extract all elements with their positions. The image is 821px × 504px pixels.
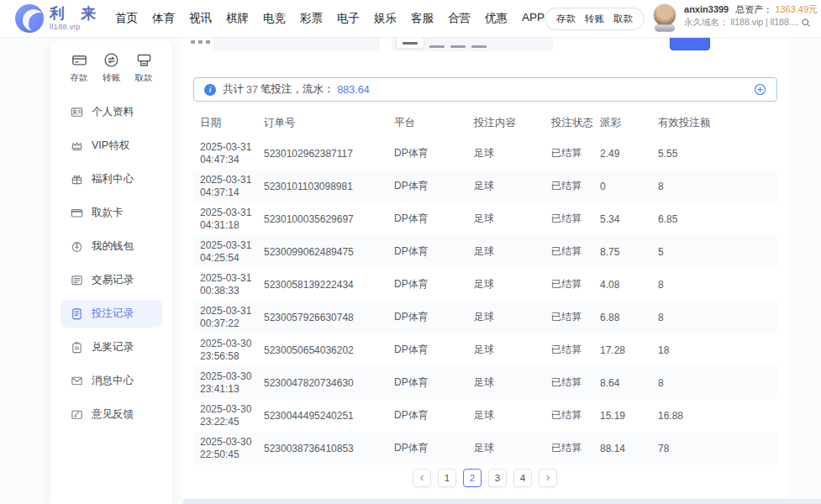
sidebar-item-3[interactable]: 取款卡 bbox=[61, 199, 162, 227]
sidebar-item-9[interactable]: 意见反馈 bbox=[61, 401, 162, 428]
column-header: 日期 bbox=[200, 116, 264, 130]
cell-date: 2025-03-3100:38:33 bbox=[200, 272, 264, 297]
filter-range-option[interactable] bbox=[429, 45, 445, 48]
sidebar-item-7[interactable]: 兑奖记录 bbox=[61, 333, 162, 361]
cell-order: 5230044495240251 bbox=[264, 410, 394, 422]
cell-order: 5230099062489475 bbox=[264, 246, 394, 258]
info-icon: i bbox=[204, 84, 216, 96]
search-icon[interactable] bbox=[801, 18, 811, 28]
avatar[interactable] bbox=[653, 3, 676, 27]
sidebar-item-1[interactable]: VIP特权 bbox=[61, 132, 162, 160]
page-button-1[interactable]: 1 bbox=[438, 469, 456, 487]
withdraw-icon bbox=[136, 52, 152, 68]
cell-order: 5230050654036202 bbox=[264, 344, 394, 356]
vip-level-badge bbox=[655, 24, 675, 32]
filter-range-option[interactable] bbox=[471, 45, 487, 48]
wallet-action-1[interactable]: 转账 bbox=[585, 13, 604, 25]
cell-order: 5230038736410853 bbox=[264, 443, 394, 454]
quick-action-label: 取款 bbox=[135, 72, 153, 84]
sidebar-item-4[interactable]: 我的钱包 bbox=[61, 233, 162, 260]
summary-flow: 883.64 bbox=[337, 84, 369, 96]
sidebar-item-0[interactable]: 个人资料 bbox=[61, 98, 162, 126]
nav-item-5[interactable]: 彩票 bbox=[300, 11, 323, 26]
cell-status: 已结算 bbox=[551, 408, 600, 423]
table-row: 2025-03-3023:22:455230044495240251DP体育足球… bbox=[193, 399, 777, 432]
cell-content: 足球 bbox=[474, 441, 551, 455]
sidebar-item-label: 交易记录 bbox=[92, 273, 134, 287]
expand-plus-icon[interactable] bbox=[754, 83, 766, 96]
user-block: anxin3399总资产： 1363.49元 永久域名：ll188.vip | … bbox=[653, 3, 818, 34]
page-button-2[interactable]: 2 bbox=[463, 469, 482, 487]
nav-item-10[interactable]: 优惠 bbox=[485, 11, 508, 26]
nav-item-11[interactable]: APP bbox=[522, 11, 545, 26]
card-icon bbox=[71, 207, 83, 219]
sidebar-item-5[interactable]: 交易记录 bbox=[61, 266, 162, 294]
nav-item-6[interactable]: 电子 bbox=[337, 11, 360, 26]
cell-content: 足球 bbox=[474, 375, 551, 390]
wallet-action-0[interactable]: 存款 bbox=[556, 13, 576, 25]
domain-value: ll188.vip | ll188.... bbox=[731, 16, 799, 29]
cell-order: 5230100035629697 bbox=[264, 213, 394, 225]
next-page-button[interactable]: › bbox=[539, 469, 557, 487]
table-row: 2025-03-3104:31:185230100035629697DP体育足球… bbox=[193, 202, 777, 235]
table-row: 2025-03-3104:25:545230099062489475DP体育足球… bbox=[193, 235, 777, 268]
nav-item-1[interactable]: 体育 bbox=[152, 11, 175, 26]
cell-payout: 88.14 bbox=[600, 443, 658, 454]
quick-action-label: 转账 bbox=[103, 72, 120, 84]
cell-date: 2025-03-3023:41:13 bbox=[200, 370, 264, 396]
filter-range-option[interactable] bbox=[450, 45, 466, 48]
sidebar-item-8[interactable]: 消息中心 bbox=[61, 367, 162, 395]
cell-payout: 6.88 bbox=[600, 312, 658, 323]
assets-value: 1363.49元 bbox=[775, 4, 818, 14]
cell-valid-amount: 5 bbox=[658, 246, 777, 258]
cell-platform: DP体育 bbox=[394, 343, 474, 357]
feedback-icon bbox=[71, 408, 83, 421]
main-nav: 首页体育视讯棋牌电竞彩票电子娱乐客服合营优惠APP bbox=[115, 11, 545, 26]
nav-item-8[interactable]: 客服 bbox=[411, 11, 434, 26]
nav-item-7[interactable]: 娱乐 bbox=[374, 11, 397, 26]
logo[interactable]: 利 来 ll188.vip bbox=[15, 4, 102, 33]
cell-order: 5230058139222434 bbox=[264, 279, 394, 291]
column-header: 派彩 bbox=[600, 116, 658, 130]
filter-range-option[interactable] bbox=[397, 38, 424, 48]
logo-title: 利 来 bbox=[50, 6, 102, 21]
cell-date: 2025-03-3023:56:58 bbox=[200, 338, 264, 363]
nav-item-2[interactable]: 视讯 bbox=[189, 11, 212, 26]
wallet-action-2[interactable]: 取款 bbox=[613, 13, 633, 25]
filter-range-toggle bbox=[392, 38, 553, 51]
cell-valid-amount: 8 bbox=[658, 312, 777, 323]
column-header: 投注内容 bbox=[474, 116, 551, 130]
table-row: 2025-03-3023:41:135230047820734630DP体育足球… bbox=[193, 366, 777, 399]
nav-item-3[interactable]: 棋牌 bbox=[226, 11, 249, 26]
filter-label bbox=[191, 40, 213, 44]
quick-action[interactable]: 存款 bbox=[65, 52, 93, 84]
cell-date: 2025-03-3100:37:22 bbox=[200, 305, 264, 330]
sidebar-item-label: 我的钱包 bbox=[92, 239, 134, 254]
nav-item-4[interactable]: 电竞 bbox=[263, 11, 286, 26]
cell-content: 足球 bbox=[474, 179, 551, 193]
page-button-4[interactable]: 4 bbox=[513, 469, 532, 487]
cell-valid-amount: 8 bbox=[658, 181, 777, 192]
search-submit-button[interactable] bbox=[670, 38, 710, 50]
sidebar-item-2[interactable]: 福利中心 bbox=[61, 165, 162, 193]
table-row: 2025-03-3100:37:225230057926630748DP体育足球… bbox=[193, 301, 777, 333]
welfare-icon bbox=[71, 173, 83, 186]
table-row: 2025-03-3104:47:345230102962387117DP体育足球… bbox=[193, 137, 777, 170]
username[interactable]: anxin3399 bbox=[684, 4, 729, 14]
sidebar-quick-actions: 存款转账取款 bbox=[50, 52, 172, 84]
quick-action[interactable]: 转账 bbox=[97, 52, 126, 84]
pagination: ‹1234› bbox=[183, 469, 787, 487]
cell-platform: DP体育 bbox=[394, 375, 474, 390]
sidebar-item-6[interactable]: 投注记录 bbox=[61, 300, 162, 328]
nav-item-0[interactable]: 首页 bbox=[115, 11, 138, 26]
quick-action[interactable]: 取款 bbox=[129, 52, 158, 84]
cell-date: 2025-03-3104:31:18 bbox=[200, 207, 264, 232]
nav-item-9[interactable]: 合营 bbox=[448, 11, 471, 26]
wallet-actions-pill: 存款转账取款 bbox=[545, 8, 645, 30]
logo-domain: ll188.vip bbox=[50, 24, 102, 31]
table-row: 2025-03-3023:56:585230050654036202DP体育足球… bbox=[193, 333, 777, 366]
filter-date-input[interactable] bbox=[213, 38, 380, 51]
page-button-3[interactable]: 3 bbox=[488, 469, 507, 487]
prev-page-button[interactable]: ‹ bbox=[413, 469, 431, 487]
column-header: 平台 bbox=[394, 116, 474, 130]
